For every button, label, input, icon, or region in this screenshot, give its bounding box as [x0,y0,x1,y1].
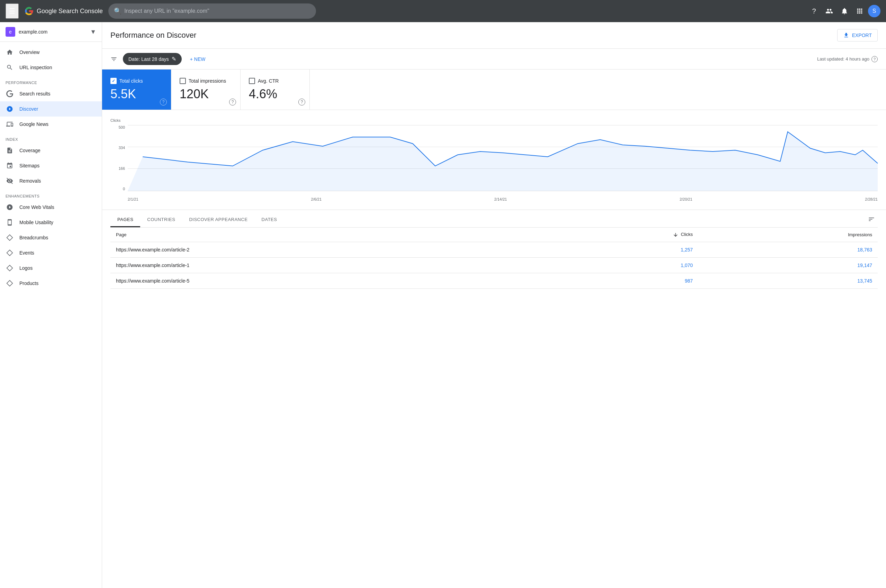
news-icon [6,120,14,128]
metric-total-impressions[interactable]: Total impressions 120K ? [171,69,241,110]
logos-icon [6,264,14,272]
metric-label: Total clicks [119,78,143,84]
google-icon [24,6,34,16]
chart-y-tick: 334 [119,146,125,150]
sidebar-item-logos[interactable]: Logos [0,261,102,276]
hamburger-button[interactable]: ☰ [6,3,19,19]
chart-container: 500 334 166 0 2/1/21 2/6/21 2/14/21 2/2 [110,125,878,201]
metric-checkbox[interactable]: ✓ [110,78,117,84]
users-button[interactable] [822,4,836,18]
metric-label: Total impressions [189,78,226,84]
sidebar-item-google-news-label: Google News [20,122,48,127]
sidebar-item-removals[interactable]: Removals [0,173,102,189]
sidebar-item-discover-label: Discover [20,106,38,112]
sidebar-item-products[interactable]: Products [0,276,102,291]
search-bar[interactable]: 🔍 [108,3,316,19]
sidebar-nav: Overview URL inspection Performance Sear… [0,42,102,294]
layout: e example.com ▼ Overview URL inspection … [0,22,886,297]
sidebar-item-mobile-usability[interactable]: Mobile Usability [0,215,102,230]
sidebar-item-google-news[interactable]: Google News [0,117,102,132]
metric-value: 120K [180,87,232,101]
topnav: ☰ Google Search Console 🔍 ? S [0,0,886,22]
chart-y-tick: 166 [119,166,125,171]
last-updated-text: Last updated: 4 hours ago [817,56,869,62]
enhancements-section-label: Enhancements [0,189,102,200]
sidebar-item-coverage-label: Coverage [20,148,41,153]
table-filter-button[interactable] [865,213,878,227]
export-button[interactable]: EXPORT [837,29,878,42]
chart-x-tick: 2/28/21 [865,197,878,201]
info-icon[interactable]: ? [871,56,878,62]
users-icon [826,7,833,15]
svg-marker-2 [7,250,13,256]
impressions-value: 18,763 [698,242,878,257]
sidebar-item-coverage[interactable]: Coverage [0,143,102,158]
chart-svg [128,125,878,191]
chart-area: Clicks 500 334 166 0 2/1/21 2/6/2 [102,110,886,210]
sidebar-item-sitemaps[interactable]: Sitemaps [0,158,102,173]
apps-icon [856,7,863,15]
notifications-button[interactable] [838,4,851,18]
chart-y-tick: 500 [119,125,125,129]
sitemaps-icon [6,162,14,170]
metric-avg-ctr[interactable]: Avg. CTR 4.6% ? [241,69,310,110]
metric-checkbox[interactable] [249,78,255,84]
svg-marker-4 [7,280,13,286]
url-search-icon [6,63,14,72]
removals-icon [6,177,14,185]
property-name: example.com [19,29,87,34]
tab-countries[interactable]: COUNTRIES [140,213,182,227]
sidebar-item-search-results[interactable]: Search results [0,86,102,101]
page-url: https://www.example.com/article-2 [110,242,540,257]
metric-header: Total impressions [180,78,232,84]
sidebar-item-products-label: Products [20,280,38,286]
sidebar-item-url-inspection[interactable]: URL inspection [0,60,102,75]
tab-discover-appearance[interactable]: DISCOVER APPEARANCE [182,213,254,227]
app-logo: Google Search Console [24,6,103,16]
checkmark-icon: ✓ [112,78,115,83]
page-title: Performance on Discover [110,31,196,40]
metric-total-clicks[interactable]: ✓ Total clicks 5.5K ? [102,69,171,110]
page-header: Performance on Discover EXPORT [102,22,886,49]
sidebar-item-discover[interactable]: Discover [0,101,102,117]
chart-y-label: Clicks [110,118,878,123]
table-body: https://www.example.com/article-2 1,257 … [110,242,878,288]
metric-label: Avg. CTR [258,78,278,84]
index-section-label: Index [0,132,102,143]
property-selector[interactable]: e example.com ▼ [0,22,102,42]
sidebar-item-core-web-vitals[interactable]: Core Web Vitals [0,200,102,215]
svg-marker-9 [128,132,878,191]
sidebar-item-overview[interactable]: Overview [0,45,102,60]
sidebar-item-removals-label: Removals [20,178,41,184]
user-avatar[interactable]: S [868,5,880,17]
col-clicks[interactable]: Clicks [540,228,698,242]
metric-info-button[interactable]: ? [160,99,167,105]
sidebar-item-logos-label: Logos [20,265,33,271]
search-input[interactable] [124,8,310,14]
metric-info-button[interactable]: ? [229,99,236,105]
sidebar-item-events[interactable]: Events [0,245,102,261]
chevron-down-icon: ▼ [90,28,96,36]
help-button[interactable]: ? [807,4,821,18]
sidebar-item-overview-label: Overview [20,50,39,55]
apps-button[interactable] [853,4,866,18]
filter-icon [110,56,117,63]
metric-info-button[interactable]: ? [298,99,305,105]
table-header: Page Clicks Impressions [110,228,878,242]
export-label: EXPORT [852,33,872,38]
property-icon: e [6,27,15,37]
svg-marker-1 [7,235,13,241]
page-url: https://www.example.com/article-5 [110,273,540,288]
performance-section-label: Performance [0,75,102,86]
new-filter-button[interactable]: + NEW [186,54,210,64]
metric-header: ✓ Total clicks [110,78,162,84]
coverage-icon [6,146,14,154]
date-filter-button[interactable]: Date: Last 28 days ✎ [123,53,182,65]
sidebar-item-breadcrumbs[interactable]: Breadcrumbs [0,230,102,245]
metric-checkbox[interactable] [180,78,186,84]
chart-x-tick: 2/14/21 [494,197,507,201]
tab-dates[interactable]: DATES [255,213,284,227]
sidebar-item-url-inspection-label: URL inspection [20,64,52,70]
tab-pages[interactable]: PAGES [110,213,140,227]
col-impressions: Impressions [698,228,878,242]
